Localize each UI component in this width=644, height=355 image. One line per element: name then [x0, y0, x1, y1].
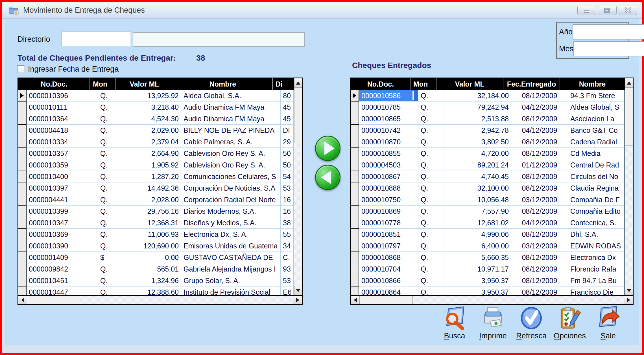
- busca-button[interactable]: Busca: [435, 306, 474, 340]
- grid-row[interactable]: 0000010447 Q. 12,388.60 Instituto de Pre…: [18, 286, 294, 295]
- cell-nombre[interactable]: Contecnica, S.: [568, 217, 625, 229]
- cell-fecentregado[interactable]: 08/12/2009: [511, 286, 568, 295]
- row-selector-cell[interactable]: [351, 159, 359, 171]
- scroll-right-button[interactable]: [293, 296, 302, 304]
- row-selector-cell[interactable]: [18, 102, 27, 113]
- column-header-dia[interactable]: Di: [273, 78, 294, 90]
- cell-nombre[interactable]: Banco G&T Co: [568, 125, 625, 136]
- grid-row[interactable]: 0000010399 Q. 29,756.16 Diarios Modernos…: [18, 206, 294, 217]
- cell-nombre[interactable]: Claudia Regina: [568, 182, 625, 194]
- cell-nombre[interactable]: Audio Dinamica FM Maya: [181, 113, 281, 125]
- grid-row[interactable]: 0000010400 Q. 1,287.20 Comunicaciones Ce…: [18, 171, 294, 182]
- cell-nodoc[interactable]: 0000010785: [359, 102, 418, 113]
- grid-row[interactable]: 0000010851 Q. 4,990.06 08/12/2009 Dhl, S…: [351, 229, 625, 240]
- directorio-name-display[interactable]: [133, 32, 305, 47]
- horizontal-scrollbar[interactable]: [18, 295, 302, 304]
- row-selector-cell[interactable]: [351, 113, 359, 125]
- cell-moneda[interactable]: Q.: [98, 240, 124, 252]
- move-to-pending-button[interactable]: [315, 165, 340, 190]
- cell-nombre[interactable]: Diseños y Medios, S.A.: [181, 217, 281, 229]
- cell-valor[interactable]: 0.00: [124, 252, 181, 263]
- move-to-delivered-button[interactable]: [315, 136, 340, 161]
- grid-row[interactable]: 0000010334 Q. 2,379.04 Cable Palmeras, S…: [18, 136, 294, 148]
- cell-nodoc[interactable]: 0000010750: [359, 194, 418, 206]
- cell-nombre[interactable]: 94.3 Fm Stere: [568, 90, 625, 102]
- row-selector-cell[interactable]: [18, 194, 27, 206]
- cell-nodoc[interactable]: 0000010867: [359, 171, 418, 182]
- cell-moneda[interactable]: Q.: [418, 240, 444, 252]
- grid-row[interactable]: 0000010396 Q. 13,925.92 Aldea Global, S.…: [18, 90, 294, 102]
- row-selector-cell[interactable]: [351, 286, 359, 295]
- cell-dia[interactable]: 16: [281, 194, 294, 206]
- cell-nodoc[interactable]: 0000010111: [27, 102, 98, 113]
- column-header-nombre[interactable]: Nombre: [560, 78, 625, 90]
- row-selector-cell[interactable]: [18, 217, 27, 229]
- cell-fecentregado[interactable]: 08/12/2009: [511, 206, 568, 217]
- cell-nodoc[interactable]: 0000010400: [27, 171, 98, 182]
- cell-moneda[interactable]: Q.: [98, 125, 124, 136]
- grid-row[interactable]: 0000010364 Q. 4,524.30 Audio Dinamica FM…: [18, 113, 294, 125]
- cell-valor[interactable]: 29,756.16: [124, 206, 181, 217]
- row-selector-cell[interactable]: [18, 229, 27, 240]
- grid-row[interactable]: 0000004441 Q. 2,028.00 Corporación Radia…: [18, 194, 294, 206]
- cell-moneda[interactable]: Q.: [98, 102, 124, 113]
- scroll-up-button[interactable]: [294, 78, 302, 88]
- column-header-moneda[interactable]: Mon: [411, 78, 436, 90]
- grid-row[interactable]: 0000010369 Q. 11,006.93 Electronica Dx, …: [18, 229, 294, 240]
- cell-valor[interactable]: 2,942.78: [444, 125, 511, 136]
- cell-nodoc[interactable]: 0000010865: [359, 113, 418, 125]
- cell-nodoc[interactable]: 0000010399: [27, 206, 98, 217]
- cell-valor[interactable]: 12,388.60: [124, 286, 181, 295]
- cell-moneda[interactable]: Q.: [98, 182, 124, 194]
- grid-row[interactable]: 0000010797 Q. 6,400.00 03/12/2009 EDWIN …: [351, 240, 625, 252]
- scroll-down-button[interactable]: [625, 286, 633, 295]
- cell-nodoc[interactable]: 0000010359: [27, 159, 98, 171]
- cell-moneda[interactable]: Q.: [418, 148, 444, 159]
- grid-row[interactable]: 0000010390 Q. 120,690.00 Emisoras Unidas…: [18, 240, 294, 252]
- cell-moneda[interactable]: Q.: [98, 229, 124, 240]
- cell-moneda[interactable]: Q.: [98, 148, 124, 159]
- cell-moneda[interactable]: Q.: [418, 275, 444, 286]
- cell-nodoc[interactable]: 0000010888: [359, 182, 418, 194]
- minimize-button[interactable]: [577, 6, 596, 15]
- cell-valor[interactable]: 32,100.00: [444, 182, 511, 194]
- cell-valor[interactable]: 6,400.00: [444, 240, 511, 252]
- cell-nodoc[interactable]: 0000010742: [359, 125, 418, 136]
- fecha-entrega-checkbox[interactable]: [17, 65, 25, 73]
- cell-valor[interactable]: 10,971.17: [444, 263, 511, 275]
- vertical-scrollbar[interactable]: [294, 78, 302, 295]
- cell-moneda[interactable]: Q.: [418, 159, 444, 171]
- cell-nombre[interactable]: EDWIN RODAS: [568, 240, 625, 252]
- grid-row[interactable]: 0000010397 Q. 14,492.36 Corporación De N…: [18, 182, 294, 194]
- cell-valor[interactable]: 1,324.96: [124, 275, 181, 286]
- cell-nodoc[interactable]: 0000010396: [27, 90, 98, 102]
- cell-moneda[interactable]: Q.: [98, 206, 124, 217]
- grid-row[interactable]: 0000004503 Q. 89,201.24 01/12/2009 Centr…: [351, 159, 625, 171]
- sale-button[interactable]: Sale: [589, 306, 627, 340]
- cell-nodoc[interactable]: 0000010447: [27, 286, 98, 295]
- row-selector-cell[interactable]: [18, 275, 27, 286]
- row-selector-cell[interactable]: [351, 148, 359, 159]
- cell-moneda[interactable]: Q.: [98, 275, 124, 286]
- cell-valor[interactable]: 4,524.30: [124, 113, 181, 125]
- cell-valor[interactable]: 12,681.02: [444, 217, 511, 229]
- cell-nodoc[interactable]: 0000010851: [359, 229, 418, 240]
- cell-nombre[interactable]: Cd Media: [568, 148, 625, 159]
- cell-nodoc[interactable]: 0000009842: [27, 263, 98, 275]
- cell-nodoc[interactable]: 0000004441: [27, 194, 98, 206]
- cell-fecentregado[interactable]: 08/12/2009: [511, 229, 568, 240]
- cell-nombre[interactable]: Compañia De F: [568, 194, 625, 206]
- cell-dia[interactable]: 38: [281, 217, 294, 229]
- cell-moneda[interactable]: Q.: [418, 125, 444, 136]
- cell-dia[interactable]: 53: [281, 275, 294, 286]
- cell-fecentregado[interactable]: 08/12/2009: [511, 113, 568, 125]
- horizontal-scroll-thumb[interactable]: [360, 296, 413, 304]
- cell-nodoc[interactable]: 0000010868: [359, 252, 418, 263]
- cell-nombre[interactable]: Circulos del No: [568, 171, 625, 182]
- grid-row[interactable]: 0000010785 Q. 79,242.94 04/12/2009 Aldea…: [351, 102, 625, 113]
- grid-row[interactable]: 0000010869 Q. 7,557.90 08/12/2009 Compañ…: [351, 206, 625, 217]
- cell-moneda[interactable]: Q.: [418, 194, 444, 206]
- cell-valor[interactable]: 2,664.90: [124, 148, 181, 159]
- cell-nodoc[interactable]: 0000010390: [27, 240, 98, 252]
- grid-row[interactable]: 0000010864 Q. 3,950.37 08/12/2009 Franci…: [351, 286, 625, 295]
